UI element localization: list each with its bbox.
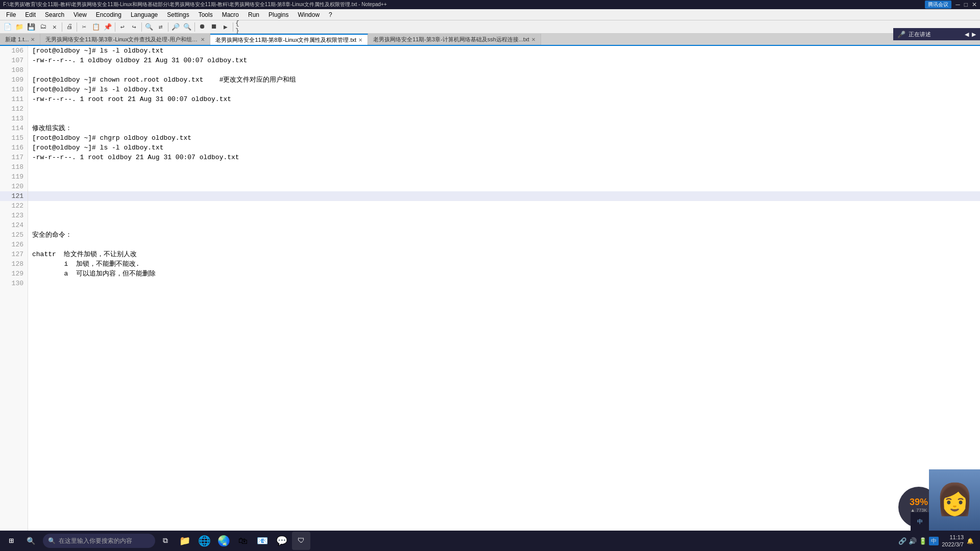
toolbar-syntax[interactable]: { } [235, 21, 246, 33]
menu-encoding[interactable]: Encoding [92, 10, 126, 19]
toolbar-sep7 [233, 22, 233, 32]
taskbar-app-explorer[interactable]: 📁 [176, 532, 194, 550]
taskbar: ⊞ 🔍 🔍 在这里输入你要搜索的内容 ⧉ 📁 🌐 🌏 🛍 📧 💬 🛡 🔗 🔊 🔋… [0, 531, 980, 551]
code-line-126 [28, 240, 980, 249]
line-number-120: 120 [0, 182, 28, 191]
taskbar-app-mail[interactable]: 📧 [253, 532, 272, 550]
taskbar-search-text: 在这里输入你要搜索的内容 [59, 537, 132, 545]
toolbar-paste[interactable]: 📌 [102, 21, 113, 33]
toolbar-copy[interactable]: 📋 [90, 21, 102, 33]
taskbar-start[interactable]: ⊞ [2, 532, 20, 550]
taskbar-app-unknown1[interactable]: 🛡 [292, 532, 310, 550]
right-panel: 🎤 正在讲述 ◀ ▶ [893, 28, 980, 40]
taskbar-task-view[interactable]: ⧉ [156, 532, 175, 550]
line-number-128: 128 [0, 259, 28, 269]
tab-close-3[interactable]: ✕ [531, 37, 535, 42]
date-display: 2022/3/7 [942, 541, 964, 548]
line-number-123: 123 [0, 211, 28, 220]
menu-run[interactable]: Run [244, 10, 263, 19]
taskbar-cortana[interactable]: 🔍 [21, 532, 40, 550]
tab-2[interactable]: 老男孩网络安全11期-第8章-Linux文件属性及权限管理.txt ✕ [210, 34, 368, 45]
toolbar-sep3 [115, 22, 115, 32]
line-number-118: 118 [0, 162, 28, 172]
code-line-110: [root@oldboy ~]# ls -l oldboy.txt [28, 85, 980, 94]
toolbar-macro-rec[interactable]: ⏺ [197, 21, 208, 33]
toolbar-undo[interactable]: ↩ [117, 21, 128, 33]
editor-content[interactable]: [root@oldboy ~]# ls -l oldboy.txt-rw-r--… [28, 46, 980, 539]
toolbar-macro-stop[interactable]: ⏹ [208, 21, 219, 33]
tab-close-1[interactable]: ✕ [201, 37, 205, 42]
menu-window[interactable]: Window [293, 10, 324, 19]
close-btn[interactable]: ✕ [972, 1, 977, 8]
time-display: 11:13 [942, 534, 964, 541]
menu-help[interactable]: ? [325, 10, 336, 19]
notification-icon[interactable]: 🔔 [967, 538, 974, 544]
menu-search[interactable]: Search [41, 10, 68, 19]
menu-macro[interactable]: Macro [218, 10, 243, 19]
menu-view[interactable]: View [69, 10, 91, 19]
toolbar-macro-play[interactable]: ▶ [220, 21, 231, 33]
menu-bar: File Edit Search View Encoding Language … [0, 9, 980, 20]
battery-icon: 🔋 [919, 537, 927, 545]
line-number-124: 124 [0, 220, 28, 230]
menu-language[interactable]: Language [127, 10, 162, 19]
toolbar-zoom-in[interactable]: 🔎 [170, 21, 181, 33]
tencent-badge: 腾讯会议 [925, 1, 951, 9]
right-panel-text: 正在讲述 [909, 31, 931, 38]
volume-icon: 🔊 [909, 537, 917, 545]
right-panel-btn2[interactable]: ▶ [972, 31, 976, 38]
code-line-115: [root@oldboy ~]# chgrp oldboy oldboy.txt [28, 133, 980, 143]
resource-up: ▲ 773K [910, 508, 927, 513]
toolbar-save-all[interactable]: 🗂 [37, 21, 48, 33]
tab-3[interactable]: 老男孩网络安全11期-第3章-计算机网络基础及ssh远程连接...txt ✕ [368, 34, 541, 45]
line-number-121: 121 [0, 191, 28, 201]
toolbar-redo[interactable]: ↪ [129, 21, 140, 33]
tab-1[interactable]: 无男孩网络安全11期-第3章-Linux文件查找及处理-用户和组管理-待完善2.… [40, 34, 210, 45]
vt-icon-label: 中 [917, 518, 923, 525]
menu-edit[interactable]: Edit [21, 10, 40, 19]
line-number-127: 127 [0, 249, 28, 259]
toolbar-print[interactable]: 🖨 [64, 21, 75, 33]
code-line-129: a 可以追加内容，但不能删除 [28, 269, 980, 279]
toolbar-new[interactable]: 📄 [2, 21, 13, 33]
toolbar-close[interactable]: ✕ [49, 21, 60, 33]
taskbar-app-teams[interactable]: 💬 [273, 532, 291, 550]
line-number-115: 115 [0, 133, 28, 143]
right-panel-btn1[interactable]: ◀ [965, 31, 969, 38]
line-number-126: 126 [0, 240, 28, 249]
taskbar-app-ie[interactable]: 🌏 [214, 532, 233, 550]
code-line-119 [28, 172, 980, 182]
taskbar-app-edge[interactable]: 🌐 [195, 532, 213, 550]
line-number-125: 125 [0, 230, 28, 240]
code-line-118 [28, 162, 980, 172]
toolbar-replace[interactable]: ⇄ [155, 21, 166, 33]
vt-bar: 中 [911, 512, 929, 531]
menu-file[interactable]: File [2, 10, 20, 19]
line-number-106: 106 [0, 46, 28, 56]
tab-close-0[interactable]: ✕ [31, 37, 35, 42]
taskbar-app-store[interactable]: 🛍 [234, 532, 252, 550]
menu-plugins[interactable]: Plugins [264, 10, 292, 19]
taskbar-right: 🔗 🔊 🔋 中 11:13 2022/3/7 🔔 [898, 534, 978, 548]
toolbar-save[interactable]: 💾 [26, 21, 37, 33]
code-line-112 [28, 104, 980, 114]
tab-close-2[interactable]: ✕ [358, 37, 362, 43]
toolbar-open[interactable]: 📁 [14, 21, 25, 33]
code-line-107: -rw-r--r--. 1 oldboy oldboy 21 Aug 31 00… [28, 56, 980, 65]
toolbar-cut[interactable]: ✂ [79, 21, 90, 33]
line-number-109: 109 [0, 75, 28, 85]
toolbar-zoom-out[interactable]: 🔍 [182, 21, 193, 33]
line-number-111: 111 [0, 94, 28, 104]
toolbar-find[interactable]: 🔍 [143, 21, 155, 33]
menu-tools[interactable]: Tools [194, 10, 217, 19]
menu-settings[interactable]: Settings [163, 10, 193, 19]
taskbar-search[interactable]: 🔍 在这里输入你要搜索的内容 [43, 534, 155, 548]
line-number-112: 112 [0, 104, 28, 114]
tab-0[interactable]: 新建 1.t... ✕ [0, 34, 40, 45]
line-number-122: 122 [0, 201, 28, 211]
title-bar: F:\老男孩\教育\安全11期-教科\老男孩网络安全11期-Linux和网络基础… [0, 0, 980, 9]
line-number-119: 119 [0, 172, 28, 182]
minimize-btn[interactable]: ─ [955, 1, 960, 8]
maximize-btn[interactable]: □ [964, 1, 968, 8]
line-number-113: 113 [0, 114, 28, 123]
